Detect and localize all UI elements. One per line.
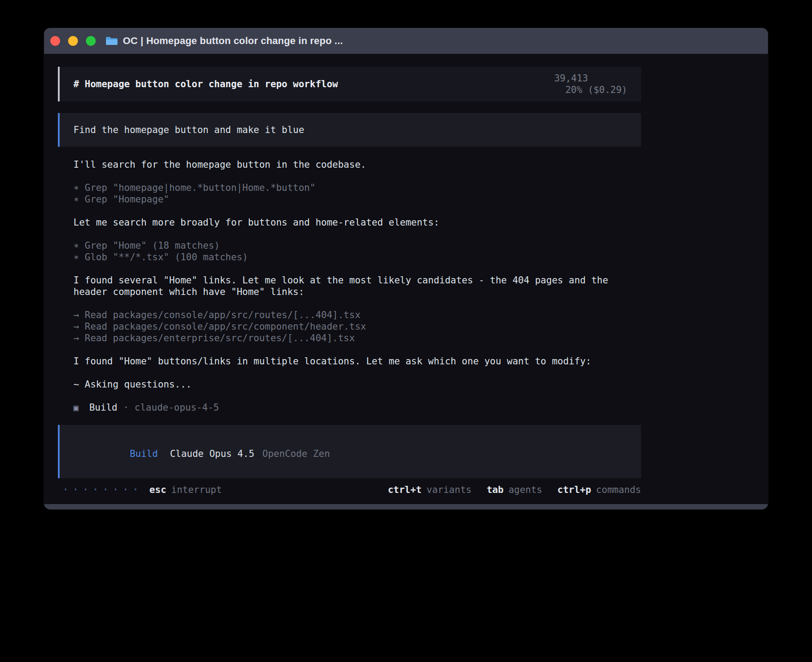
folder-icon [106,36,118,46]
window-controls [50,36,96,46]
tool-call-grep: ∗ Grep "Homepage" [73,194,641,205]
mode-label: Build [130,448,158,459]
session-title: # Homepage button color change in repo w… [73,78,338,90]
keyboard-hints: ctrl+tvariants tabagents ctrl+pcommands [373,484,641,496]
agent-separator: · [123,402,129,413]
esc-key: esc [150,484,166,495]
esc-hint: escinterrupt [150,484,222,496]
agent-model: claude-opus-4-5 [134,402,219,413]
hint-variants: ctrl+tvariants [388,484,471,496]
spinner-dots: ········ [62,484,142,496]
hint-commands: ctrl+pcommands [557,484,641,496]
user-message: Find the homepage button and make it blu… [58,113,641,147]
assistant-status: ~ Asking questions... [73,379,641,390]
assistant-output: I'll search for the homepage button in t… [58,159,641,413]
input-mode-line: BuildClaude Opus 4.5OpenCode Zen [73,436,627,471]
titlebar: OC | Homepage button color change in rep… [44,28,768,54]
status-bar: ········ escinterrupt ctrl+tvariants tab… [58,484,641,496]
minimize-button[interactable] [68,36,78,46]
tool-call-glob: ∗ Glob "**/*.tsx" (100 matches) [73,251,641,263]
context-cost: 20% ($0.29) [565,85,627,95]
assistant-text: I'll search for the homepage button in t… [73,159,641,170]
window-title: OC | Homepage button color change in rep… [123,35,343,47]
agent-icon: ▣ [73,402,78,413]
session-stats: 39,413 20% ($0.29) [498,61,627,107]
tool-call-read: → Read packages/console/app/src/routes/[… [73,309,641,321]
token-count: 39,413 [554,73,588,84]
session-header: # Homepage button color change in repo w… [58,67,641,101]
hint-agents: tabagents [487,484,542,496]
assistant-text: header component which have "Home" links… [73,286,641,298]
provider-label: OpenCode Zen [262,448,330,459]
maximize-button[interactable] [86,36,96,46]
agent-name: Build [89,402,117,413]
model-label: Claude Opus 4.5 [170,448,255,459]
terminal-window: OC | Homepage button color change in rep… [44,28,768,509]
terminal-content: # Homepage button color change in repo w… [44,54,768,504]
user-message-text: Find the homepage button and make it blu… [73,124,304,136]
prompt-input[interactable]: BuildClaude Opus 4.5OpenCode Zen [58,425,641,478]
assistant-text: I found several "Home" links. Let me loo… [73,274,641,286]
assistant-text: I found "Home" buttons/links in multiple… [73,355,641,367]
close-button[interactable] [50,36,60,46]
tool-call-grep: ∗ Grep "Home" (18 matches) [73,240,641,251]
tool-call-read: → Read packages/console/app/src/componen… [73,321,641,332]
assistant-text: Let me search more broadly for buttons a… [73,217,641,228]
tool-call-grep: ∗ Grep "homepage|home.*button|Home.*butt… [73,182,641,194]
esc-label: interrupt [171,484,222,495]
agent-status-line: ▣ Build · claude-opus-4-5 [73,402,641,413]
tool-call-read: → Read packages/enterprise/src/routes/[.… [73,332,641,344]
